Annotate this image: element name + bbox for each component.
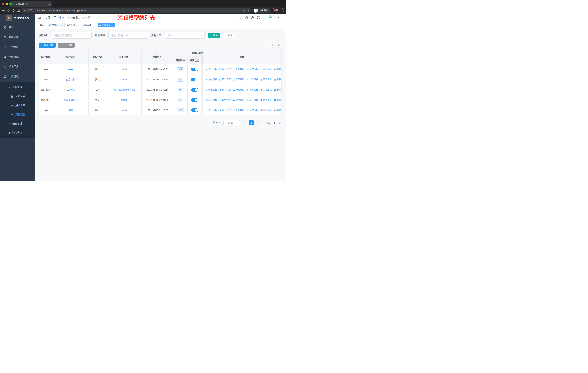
- edit-process-link[interactable]: 修改流程: [206, 109, 217, 112]
- password-key-icon[interactable]: [242, 9, 245, 12]
- breadcrumb-process-management[interactable]: 流程管理: [68, 16, 78, 19]
- tag-tenant[interactable]: 租户管理 ✕: [48, 23, 63, 27]
- delete-link[interactable]: 删除: [274, 78, 281, 81]
- form-info-link[interactable]: /bpm/oa/leave/create: [113, 88, 135, 91]
- reload-icon[interactable]: [12, 9, 15, 12]
- assign-rule-link[interactable]: 分配规则: [233, 98, 244, 101]
- active-toggle[interactable]: [191, 108, 198, 112]
- sidebar-item-home[interactable]: 首页: [0, 22, 35, 32]
- process-name-input[interactable]: [108, 32, 148, 39]
- page-number-button[interactable]: 1: [249, 120, 253, 125]
- active-toggle[interactable]: [191, 68, 198, 71]
- publish-process-link[interactable]: 发布流程: [247, 78, 258, 81]
- design-process-link[interactable]: 设计流程: [219, 98, 231, 101]
- form-info-link[interactable]: biubiu: [121, 78, 127, 81]
- process-definition-link[interactable]: 流程定义: [260, 78, 272, 81]
- delete-link[interactable]: 删除: [274, 68, 281, 71]
- next-page-button[interactable]: [256, 120, 260, 125]
- update-button[interactable]: 更新: [272, 8, 284, 13]
- avatar[interactable]: [268, 14, 274, 21]
- prev-page-button[interactable]: [242, 120, 246, 125]
- edit-process-link[interactable]: 修改流程: [206, 88, 217, 91]
- process-definition-link[interactable]: 流程定义: [260, 109, 272, 112]
- sidebar-item-system[interactable]: 系统管理: [0, 32, 35, 42]
- assign-rule-link[interactable]: 分配规则: [233, 109, 244, 112]
- assign-rule-link[interactable]: 分配规则: [233, 68, 244, 71]
- url-bar[interactable]: 不安全 | dashboard.yudao.iocoder.cn/bpm/man…: [21, 8, 251, 13]
- design-process-link[interactable]: 设计流程: [219, 88, 231, 91]
- sidebar-item-infra[interactable]: 基础设施: [0, 52, 35, 62]
- search-icon[interactable]: [239, 16, 242, 19]
- process-definition-link[interactable]: 流程定义: [260, 88, 272, 91]
- sidebar-item-user-group[interactable]: 用户分组: [0, 101, 35, 110]
- edit-process-link[interactable]: 修改流程: [206, 68, 217, 71]
- delete-link[interactable]: 删除: [274, 98, 281, 101]
- process-name-link[interactable]: 测试多审批人: [64, 98, 78, 102]
- publish-process-link[interactable]: 发布流程: [247, 88, 258, 91]
- form-info-link[interactable]: biubiu: [121, 109, 127, 112]
- process-name-link[interactable]: eeee: [68, 68, 74, 71]
- goto-page-input[interactable]: [272, 120, 277, 125]
- design-process-link[interactable]: 设计流程: [219, 109, 231, 112]
- font-size-icon[interactable]: tT: [263, 16, 265, 19]
- active-toggle[interactable]: [191, 78, 198, 81]
- search-button[interactable]: 搜索: [208, 33, 220, 38]
- sidebar-item-process-form[interactable]: 流程表单: [0, 92, 35, 101]
- fullscreen-icon[interactable]: [257, 16, 260, 19]
- reset-button[interactable]: 重置: [222, 33, 235, 38]
- tag-close-icon[interactable]: ✕: [59, 24, 61, 26]
- hide-search-button[interactable]: [270, 42, 275, 48]
- browser-tab[interactable]: 芋道管理系统 ✕: [10, 1, 52, 7]
- tag-my-process[interactable]: 我的流程 ✕: [64, 23, 79, 27]
- caret-down-icon[interactable]: [277, 16, 280, 19]
- assign-rule-link[interactable]: 分配规则: [233, 88, 244, 91]
- sidebar-item-task-management[interactable]: 任务管理: [0, 119, 35, 128]
- breadcrumb-home[interactable]: 首页: [45, 16, 50, 19]
- create-process-button[interactable]: 新建流程: [39, 43, 56, 48]
- sidebar-item-leave-query[interactable]: 请假查询: [0, 128, 35, 137]
- publish-process-link[interactable]: 发布流程: [247, 98, 258, 101]
- delete-link[interactable]: 删除: [274, 109, 281, 112]
- window-minimize-button[interactable]: [6, 2, 8, 5]
- process-definition-link[interactable]: 流程定义: [260, 98, 272, 101]
- help-icon[interactable]: [251, 16, 254, 19]
- delete-link[interactable]: 删除: [274, 88, 281, 91]
- insecure-warning-icon[interactable]: [24, 9, 26, 12]
- url-text[interactable]: dashboard.yudao.iocoder.cn/bpm/manager/m…: [37, 9, 241, 12]
- tag-process-model[interactable]: 流程模型 ✕: [98, 23, 115, 27]
- tag-close-icon[interactable]: ✕: [76, 24, 77, 26]
- home-icon[interactable]: [17, 9, 20, 12]
- tag-close-icon[interactable]: ✕: [112, 24, 113, 26]
- process-name-link[interactable]: OA 请假: [66, 88, 75, 91]
- process-name-link[interactable]: 滔博: [68, 109, 73, 112]
- window-zoom-button[interactable]: [10, 2, 12, 5]
- page-size-select[interactable]: 10条/页: [223, 120, 240, 125]
- active-toggle[interactable]: [191, 98, 198, 102]
- publish-process-link[interactable]: 发布流程: [247, 68, 258, 71]
- tag-process-form[interactable]: 流程表单 ✕: [81, 23, 96, 27]
- sidebar-collapse-icon[interactable]: [38, 16, 42, 20]
- active-toggle[interactable]: [191, 88, 198, 92]
- sidebar-item-devtools[interactable]: 研发工具: [0, 62, 35, 71]
- assign-rule-link[interactable]: 分配规则: [233, 78, 244, 81]
- github-icon[interactable]: [245, 16, 248, 19]
- edit-process-link[interactable]: 修改流程: [206, 78, 217, 81]
- refresh-table-button[interactable]: [276, 42, 282, 48]
- process-definition-link[interactable]: 流程定义: [260, 68, 272, 71]
- back-icon[interactable]: [2, 9, 5, 12]
- process-category-select[interactable]: 流程分类: [165, 32, 205, 39]
- forward-icon[interactable]: [7, 9, 10, 12]
- form-info-link[interactable]: biubiu: [121, 99, 127, 101]
- design-process-link[interactable]: 设计流程: [219, 78, 231, 81]
- sidebar-item-workflow[interactable]: 工作流程: [0, 71, 35, 81]
- process-id-input[interactable]: [52, 32, 92, 39]
- publish-process-link[interactable]: 发布流程: [247, 109, 258, 112]
- tag-home[interactable]: 首页: [38, 23, 46, 27]
- tag-close-icon[interactable]: ✕: [92, 24, 94, 26]
- bookmark-star-icon[interactable]: [246, 9, 249, 12]
- security-label[interactable]: 不安全: [27, 9, 34, 12]
- sidebar-item-process-model[interactable]: 流程模型: [0, 110, 35, 119]
- edit-process-link[interactable]: 修改流程: [206, 98, 217, 101]
- browser-menu-icon[interactable]: [280, 9, 282, 12]
- import-process-button[interactable]: 导入流程: [58, 43, 74, 48]
